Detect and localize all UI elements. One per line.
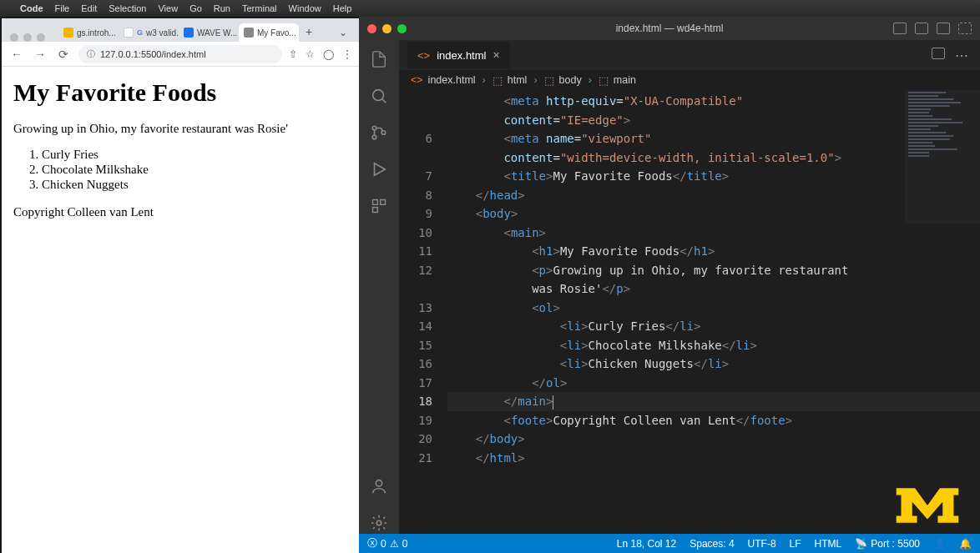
- browser-tab-2[interactable]: WAVE W...×: [179, 23, 239, 42]
- profile-icon[interactable]: ◯: [323, 48, 334, 60]
- share-icon[interactable]: ⇧: [289, 48, 297, 60]
- favicon-icon: [244, 28, 254, 38]
- window-minimize-icon[interactable]: [382, 24, 391, 33]
- list-item: Curly Fries: [42, 148, 347, 162]
- breadcrumb[interactable]: <> index.html › ⬚ html › ⬚ body › ⬚ main: [399, 70, 980, 90]
- chevron-right-icon: ›: [482, 74, 486, 86]
- editor-tab-index-html[interactable]: <> index.html ×: [407, 42, 510, 68]
- url-text: 127.0.0.1:5500/index.html: [100, 49, 206, 59]
- code-editor[interactable]: 6 789101112 131415161718192021 <meta htt…: [399, 90, 980, 534]
- michigan-logo-icon: [892, 481, 963, 530]
- window-minimize-icon[interactable]: [23, 33, 32, 42]
- menu-window[interactable]: Window: [289, 3, 321, 13]
- window-close-icon[interactable]: [367, 24, 376, 33]
- window-zoom-icon[interactable]: [397, 24, 407, 33]
- more-actions-icon[interactable]: ⋯: [955, 48, 968, 63]
- browser-tab-1[interactable]: Gw3 valid...×: [119, 23, 179, 42]
- extensions-icon[interactable]: [368, 195, 390, 217]
- symbol-icon: ⬚: [493, 74, 503, 87]
- error-icon: ⓧ: [367, 536, 377, 550]
- svg-rect-7: [381, 200, 386, 205]
- browser-tab-3-active[interactable]: My Favo...×: [239, 23, 299, 42]
- run-debug-icon[interactable]: [368, 158, 390, 180]
- layout-panel-icon[interactable]: [915, 23, 928, 34]
- back-button[interactable]: ←: [8, 48, 25, 61]
- layout-secondary-sidebar-icon[interactable]: [937, 23, 950, 34]
- svg-point-4: [381, 131, 386, 135]
- favicon-icon: [63, 28, 73, 38]
- menu-go[interactable]: Go: [189, 3, 202, 13]
- food-list: Curly Fries Chocolate Milkshake Chicken …: [42, 148, 347, 192]
- svg-rect-6: [373, 200, 378, 205]
- intro-paragraph: Growing up in Ohio, my favorite restaura…: [13, 122, 347, 136]
- svg-point-3: [372, 135, 376, 139]
- menu-terminal[interactable]: Terminal: [242, 3, 277, 13]
- page-title: My Favorite Foods: [13, 78, 347, 107]
- close-icon[interactable]: ×: [493, 48, 499, 62]
- mac-menubar: Code File Edit Selection View Go Run Ter…: [0, 0, 980, 17]
- copyright-text: Copyright Colleen van Lent: [13, 205, 347, 219]
- layout-customize-icon[interactable]: [958, 23, 972, 34]
- browser-toolbar: ← → ⟳ ⓘ 127.0.0.1:5500/index.html ⇧ ☆ ◯ …: [2, 42, 359, 67]
- status-spaces[interactable]: Spaces: 4: [690, 538, 734, 550]
- status-position[interactable]: Ln 18, Col 12: [617, 538, 676, 550]
- editor-tabs: <> index.html × ⋯: [399, 40, 980, 70]
- browser-tabstrip: gs.introh...× Gw3 valid...× WAVE W...× M…: [2, 18, 359, 42]
- status-eol[interactable]: LF: [790, 538, 801, 550]
- favicon-icon: [184, 28, 194, 38]
- explorer-icon[interactable]: [368, 48, 390, 70]
- reload-button[interactable]: ⟳: [55, 48, 72, 61]
- site-info-icon[interactable]: ⓘ: [87, 48, 95, 60]
- split-editor-icon[interactable]: [932, 48, 945, 59]
- window-title: index.html — wd4e-html: [616, 23, 724, 34]
- svg-point-9: [376, 480, 381, 486]
- svg-point-10: [376, 520, 381, 525]
- chevron-right-icon: ›: [589, 74, 592, 86]
- bookmark-icon[interactable]: ☆: [306, 48, 315, 60]
- status-encoding[interactable]: UTF-8: [748, 538, 776, 550]
- status-feedback-icon[interactable]: 👤: [933, 538, 946, 550]
- svg-line-1: [382, 99, 386, 103]
- code-content[interactable]: <meta http-equiv="X-UA-Compatible" conte…: [447, 90, 980, 534]
- settings-gear-icon[interactable]: [368, 512, 390, 534]
- chevron-right-icon: ›: [533, 74, 537, 86]
- layout-primary-sidebar-icon[interactable]: [893, 23, 907, 34]
- status-liveserver[interactable]: 📡Port : 5500: [855, 538, 920, 550]
- html-file-icon: <>: [417, 49, 430, 62]
- menu-run[interactable]: Run: [214, 3, 230, 13]
- svg-rect-8: [373, 208, 378, 213]
- status-errors[interactable]: ⓧ0 ⚠0: [367, 536, 407, 550]
- svg-point-0: [373, 90, 384, 101]
- vscode-titlebar: index.html — wd4e-html: [359, 17, 980, 40]
- address-bar[interactable]: ⓘ 127.0.0.1:5500/index.html: [78, 45, 282, 63]
- browser-tab-0[interactable]: gs.introh...×: [58, 23, 119, 42]
- menu-file[interactable]: File: [55, 3, 70, 13]
- new-tab-button[interactable]: +: [299, 22, 319, 42]
- warning-icon: ⚠: [390, 538, 399, 550]
- menu-icon[interactable]: ⋮: [342, 48, 352, 60]
- svg-point-2: [372, 126, 376, 130]
- line-gutter: 6 789101112 131415161718192021: [399, 90, 447, 534]
- vscode-window: index.html — wd4e-html: [359, 17, 980, 553]
- symbol-icon: ⬚: [544, 74, 554, 87]
- menu-selection[interactable]: Selection: [109, 3, 146, 13]
- menu-help[interactable]: Help: [333, 3, 352, 13]
- browser-window: gs.introh...× Gw3 valid...× WAVE W...× M…: [2, 18, 359, 553]
- search-icon[interactable]: [368, 85, 390, 107]
- status-language[interactable]: HTML: [815, 538, 842, 550]
- menu-view[interactable]: View: [158, 3, 178, 13]
- minimap[interactable]: [905, 90, 980, 224]
- window-close-icon[interactable]: [10, 33, 18, 42]
- app-name[interactable]: Code: [20, 3, 43, 13]
- svg-marker-5: [375, 163, 386, 176]
- status-bell-icon[interactable]: 🔔: [959, 538, 972, 550]
- tab-overflow-icon[interactable]: ⌄: [332, 23, 354, 42]
- favicon-icon: [124, 28, 134, 38]
- menu-edit[interactable]: Edit: [81, 3, 97, 13]
- window-zoom-icon[interactable]: [37, 33, 45, 42]
- forward-button[interactable]: →: [32, 48, 48, 61]
- html-file-icon: <>: [411, 74, 423, 86]
- source-control-icon[interactable]: [368, 122, 390, 143]
- accounts-icon[interactable]: [368, 475, 390, 497]
- symbol-icon: ⬚: [599, 74, 609, 87]
